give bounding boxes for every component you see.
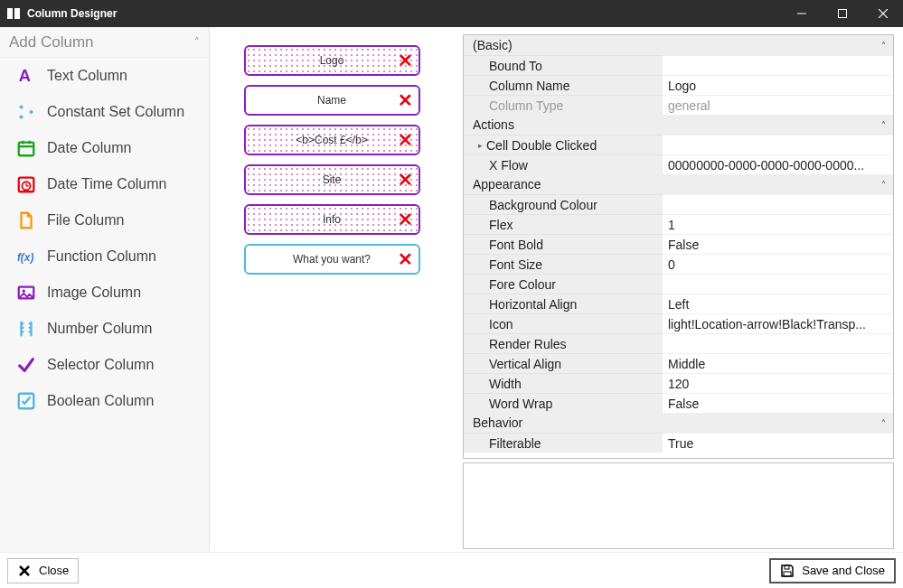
save-icon (780, 564, 795, 578)
property-grid: (Basic)˄Bound ToColumn NameLogoColumn Ty… (463, 34, 894, 459)
property-category[interactable]: Actions˄ (464, 115, 893, 135)
property-row[interactable]: Fore Colour (464, 274, 893, 294)
chevron-up-icon: ˄ (881, 41, 886, 51)
app-icon (7, 7, 20, 20)
property-value[interactable]: 1 (663, 214, 893, 234)
property-key: Word Wrap (464, 393, 663, 413)
property-row[interactable]: Vertical AlignMiddle (464, 353, 893, 373)
property-row[interactable]: X Flow00000000-0000-0000-0000-0000... (464, 154, 893, 174)
sidebar-item-date[interactable]: Date Column (0, 130, 209, 166)
property-value[interactable]: Middle (663, 353, 893, 373)
sidebar-item-datetime[interactable]: Date Time Column (0, 166, 209, 202)
column-list: Logo✕Name✕<b>Cost £</b>✕Site✕Info✕What y… (210, 27, 454, 552)
column-chip-label: What you want? (246, 253, 419, 266)
sidebar-header[interactable]: Add Column ˄ (0, 27, 209, 58)
sidebar-header-label: Add Column (9, 33, 94, 51)
property-value[interactable]: 120 (663, 373, 893, 393)
property-category-label: Behavior (473, 415, 522, 430)
property-value[interactable] (663, 135, 893, 154)
constant-icon (16, 102, 36, 122)
sidebar-item-file[interactable]: File Column (0, 202, 209, 238)
property-value[interactable] (663, 55, 893, 75)
property-value[interactable]: True (663, 433, 893, 453)
close-button-label: Close (39, 564, 69, 577)
sidebar-item-text[interactable]: AText Column (0, 58, 209, 94)
property-value[interactable]: False (663, 234, 893, 254)
property-key: Horizontal Align (464, 294, 663, 313)
property-key: X Flow (464, 154, 663, 174)
property-row[interactable]: Bound To (464, 55, 893, 75)
sidebar-item-label: Function Column (47, 248, 156, 265)
minimize-button[interactable] (781, 0, 822, 27)
property-value[interactable] (663, 333, 893, 353)
column-chip-label: Logo (246, 54, 419, 67)
sidebar-item-number[interactable]: Number Column (0, 311, 209, 347)
property-value[interactable] (663, 274, 893, 294)
property-row[interactable]: FilterableTrue (464, 433, 893, 453)
property-category[interactable]: Appearance˄ (464, 174, 893, 194)
property-row[interactable]: Background Colour (464, 194, 893, 214)
close-window-button[interactable] (862, 0, 903, 27)
property-key: Background Colour (464, 194, 663, 214)
svg-point-9 (29, 110, 33, 114)
maximize-button[interactable] (822, 0, 862, 27)
column-chip[interactable]: Name✕ (244, 85, 420, 116)
column-chip[interactable]: Info✕ (244, 204, 420, 235)
title-bar: Column Designer (0, 0, 903, 27)
property-category[interactable]: (Basic)˄ (464, 35, 893, 55)
sidebar-item-function[interactable]: f(x)Function Column (0, 238, 209, 275)
column-chip[interactable]: Site✕ (244, 164, 420, 195)
sidebar-item-label: Selector Column (47, 357, 154, 373)
save-and-close-button[interactable]: Save and Close (769, 558, 896, 583)
property-row[interactable]: Width120 (464, 373, 893, 393)
property-category[interactable]: Behavior˄ (464, 413, 893, 433)
column-chip-label: Name (246, 94, 419, 107)
column-chip[interactable]: What you want?✕ (244, 244, 420, 275)
property-value[interactable]: Logo (663, 75, 893, 95)
svg-rect-3 (838, 10, 846, 18)
svg-rect-10 (19, 143, 34, 156)
column-chip[interactable]: Logo✕ (244, 45, 420, 76)
property-row[interactable]: Horizontal AlignLeft (464, 294, 893, 313)
remove-column-icon[interactable]: ✕ (398, 171, 413, 189)
sidebar-item-image[interactable]: Image Column (0, 275, 209, 311)
property-value[interactable]: light!Location-arrow!Black!Transp... (663, 313, 893, 333)
property-category-label: (Basic) (473, 38, 513, 52)
selector-icon (16, 355, 36, 375)
sidebar-item-constant[interactable]: Constant Set Column (0, 94, 209, 130)
sidebar-item-boolean[interactable]: Boolean Column (0, 383, 209, 419)
boolean-icon (16, 391, 36, 411)
property-row[interactable]: Flex1 (464, 214, 893, 234)
property-category-label: Actions (473, 117, 514, 132)
property-value[interactable]: general (663, 95, 893, 115)
property-value[interactable] (663, 194, 893, 214)
property-row[interactable]: Iconlight!Location-arrow!Black!Transp... (464, 313, 893, 333)
property-key: Font Size (464, 254, 663, 274)
close-button[interactable]: Close (7, 558, 79, 583)
remove-column-icon[interactable]: ✕ (398, 91, 413, 109)
chevron-up-icon: ˄ (194, 36, 200, 48)
sidebar-item-selector[interactable]: Selector Column (0, 347, 209, 383)
remove-column-icon[interactable]: ✕ (398, 51, 413, 70)
property-key: Filterable (464, 433, 663, 453)
property-row[interactable]: Column Typegeneral (464, 95, 893, 115)
property-row[interactable]: Font Size0 (464, 254, 893, 274)
remove-column-icon[interactable]: ✕ (398, 131, 413, 149)
property-row[interactable]: Font BoldFalse (464, 234, 893, 254)
property-key: Fore Colour (464, 274, 663, 294)
property-row[interactable]: Column NameLogo (464, 75, 893, 95)
property-value[interactable]: 00000000-0000-0000-0000-0000... (663, 154, 893, 174)
property-key: Font Bold (464, 234, 663, 254)
property-row[interactable]: Render Rules (464, 333, 893, 353)
column-chip[interactable]: <b>Cost £</b>✕ (244, 125, 420, 155)
property-value[interactable]: 0 (663, 254, 893, 274)
property-value[interactable]: Left (663, 294, 893, 313)
property-value[interactable]: False (663, 393, 893, 413)
remove-column-icon[interactable]: ✕ (398, 250, 413, 268)
sidebar-item-label: Boolean Column (47, 393, 154, 409)
sidebar-item-label: Text Column (47, 68, 127, 84)
remove-column-icon[interactable]: ✕ (398, 210, 413, 229)
property-row[interactable]: Cell Double Clicked (464, 135, 893, 154)
property-category-label: Appearance (473, 177, 541, 191)
property-row[interactable]: Word WrapFalse (464, 393, 893, 413)
